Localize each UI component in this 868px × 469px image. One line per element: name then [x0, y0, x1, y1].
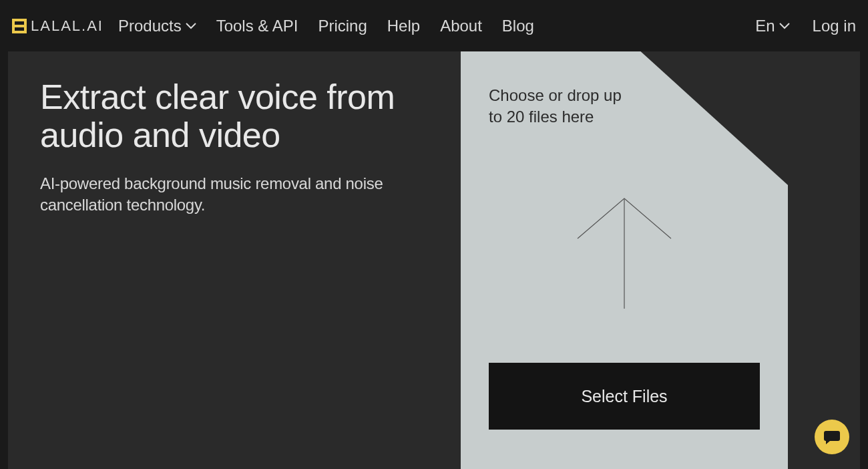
login-link[interactable]: Log in — [813, 17, 856, 35]
hero-title: Extract clear voice from audio and video — [40, 78, 434, 154]
language-selector[interactable]: En — [755, 17, 789, 35]
nav-blog[interactable]: Blog — [502, 17, 534, 35]
login-label: Log in — [813, 17, 856, 35]
nav-help-label: Help — [387, 17, 420, 35]
main-panel: Extract clear voice from audio and video… — [8, 51, 860, 469]
select-files-button[interactable]: Select Files — [489, 363, 760, 430]
chat-icon — [823, 429, 841, 445]
header-right: En Log in — [755, 17, 856, 35]
nav-blog-label: Blog — [502, 17, 534, 35]
hero-subtitle: AI-powered background music removal and … — [40, 173, 387, 214]
upload-hint: Choose or drop up to 20 files here — [489, 85, 636, 128]
nav-products-label: Products — [118, 17, 182, 35]
hero: Extract clear voice from audio and video… — [40, 78, 434, 442]
chevron-down-icon — [779, 23, 790, 29]
header: LALAL.AI Products Tools & API Pricing He… — [0, 0, 868, 51]
nav-help[interactable]: Help — [387, 17, 420, 35]
nav-about-label: About — [440, 17, 482, 35]
logo[interactable]: LALAL.AI — [12, 17, 103, 35]
nav-tools-label: Tools & API — [216, 17, 298, 35]
upload-arrow-icon — [568, 192, 681, 312]
chevron-down-icon — [186, 23, 196, 29]
nav-products[interactable]: Products — [118, 17, 196, 35]
chat-widget-button[interactable] — [815, 420, 849, 454]
upload-card[interactable]: Choose or drop up to 20 files here Selec… — [461, 51, 788, 469]
nav-tools-api[interactable]: Tools & API — [216, 17, 298, 35]
nav-pricing[interactable]: Pricing — [318, 17, 367, 35]
logo-icon — [12, 19, 27, 33]
nav-about[interactable]: About — [440, 17, 482, 35]
select-files-label: Select Files — [581, 387, 667, 406]
primary-nav: Products Tools & API Pricing Help About … — [118, 17, 755, 35]
language-label: En — [755, 17, 775, 35]
nav-pricing-label: Pricing — [318, 17, 367, 35]
logo-text: LALAL.AI — [31, 17, 103, 35]
